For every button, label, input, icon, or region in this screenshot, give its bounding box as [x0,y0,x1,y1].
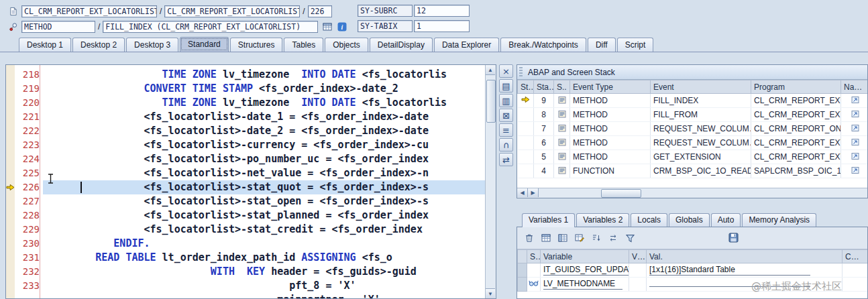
stack-horizontal-scrollbar[interactable]: ◀ ▶ [517,188,867,198]
current-line-arrow-icon[interactable] [6,180,15,194]
code-line-229[interactable]: 229 <fs_locatorlist>-stat_credit = <fs_o… [6,223,496,237]
breakpoint-gutter[interactable] [6,223,15,237]
tab-break-watchpoints[interactable]: Break./Watchpoints [500,38,586,52]
horizontal-scrollbar-thumb[interactable] [601,189,641,198]
main-program-field[interactable]: CL_CRM_REPORT_EXT_LOCATORLIST… [21,5,157,17]
navigate-icon[interactable] [841,108,868,122]
stack-column-header[interactable]: Na… [841,80,868,94]
breakpoint-gutter[interactable] [6,124,15,138]
variable-value-cell[interactable]: [1x1(16)]Standard Table [647,263,843,278]
breakpoint-gutter[interactable] [6,237,15,251]
variable-row[interactable]: IT_GUIDS_FOR_UPDATE[1x1(16)]Standard Tab… [518,263,868,278]
navigate-icon[interactable] [841,94,868,108]
variables-column-header[interactable]: C… [843,250,868,263]
code-line-223[interactable]: 223 <fs_locatorlist>-currency = <fs_orde… [6,138,496,152]
code-line-221[interactable]: 221 <fs_locatorlist>-date_1 = <fs_order_… [6,110,496,124]
vertical-scrollbar-thumb[interactable] [486,80,496,123]
code-line-219[interactable]: 219 CONVERT TIME STAMP <fs_order_index>-… [6,82,496,96]
event-field[interactable]: FILL_INDEX (CL_CRM_REPORT_EXT_LOCATORLIS… [103,21,318,33]
breakpoint-gutter[interactable] [6,82,15,96]
breakpoint-gutter[interactable] [6,251,15,265]
code-line-233[interactable]: 233 pft_8 = 'X' [6,279,496,293]
info-icon[interactable]: i [336,21,348,32]
filter-icon[interactable] [623,232,637,245]
source-code-panel[interactable]: 218 TIME ZONE lv_timezone INTO DATE <fs_… [5,64,496,299]
tab-standard[interactable]: Standard [180,37,229,52]
stack-row[interactable]: 8METHODFILL_FROMCL_CRM_REPORT_EXT_L… [518,108,868,122]
variable-name-cell[interactable]: IT_GUIDS_FOR_UPDATE [541,263,629,278]
variables-column-header[interactable]: Variable [541,250,629,263]
table-select-icon[interactable] [556,232,569,245]
table-edit-icon[interactable] [573,232,586,245]
code-line-218[interactable]: 218 TIME ZONE lv_timezone INTO DATE <fs_… [6,68,496,82]
scroll-left-icon[interactable]: ◀ [517,188,528,197]
stack-row[interactable]: 7METHODREQUEST_NEW_COLUM…CL_CRM_REPORT_O… [518,122,868,136]
variable-name-cell[interactable]: LV_METHODNAME [541,278,629,292]
swap-icon[interactable] [606,232,620,245]
code-line-231[interactable]: 231 READ TABLE lt_order_index_path_id AS… [6,251,496,265]
scroll-right-icon[interactable]: ▶ [528,188,539,197]
stack-column-header[interactable]: S.. [554,80,570,94]
copy-icon[interactable]: ▥ [499,94,513,107]
code-line-224[interactable]: 224 <fs_locatorlist>-po_number_uc = <fs_… [6,152,496,166]
tab-detaildisplay[interactable]: DetailDisplay [370,38,433,52]
tab-script[interactable]: Script [617,38,654,52]
table-grid-icon[interactable] [539,232,553,245]
tab-structures[interactable]: Structures [230,38,283,52]
stack-column-header[interactable]: Event [651,80,751,94]
vtab-memory-analysis[interactable]: Memory Analysis [742,213,816,227]
breakpoint-gutter[interactable] [6,279,15,293]
stack-column-header[interactable]: Sta… [534,80,554,94]
line-number-field[interactable]: 226 [308,5,332,17]
navigate-icon[interactable] [841,150,868,164]
breakpoint-gutter[interactable] [6,68,15,82]
panel-grip[interactable] [519,67,523,77]
stack-column-header[interactable]: St… [518,80,534,94]
navigate-icon[interactable] [841,164,868,178]
vtab-globals[interactable]: Globals [669,213,710,227]
row-selector[interactable] [518,278,527,292]
stack-row[interactable]: 4FUNCTIONCRM_BSP_OIC_1O_READ…SAPLCRM_BSP… [518,164,868,178]
delete-icon[interactable] [523,232,536,245]
tab-desktop-1[interactable]: Desktop 1 [19,38,71,52]
vtab-locals[interactable]: Locals [631,213,667,227]
sort-icon[interactable] [590,232,603,245]
breakpoint-gutter[interactable] [6,110,15,124]
close-icon[interactable]: × [499,64,513,78]
variables-column-header[interactable]: Val. [647,250,843,263]
watchpoint-icon[interactable]: ∩ [499,138,513,152]
navigate-icon[interactable] [841,122,868,136]
breakpoint-gutter[interactable] [6,208,15,223]
code-line-226[interactable]: 226 <fs_locatorlist>-stat_quot = <fs_ord… [6,180,496,194]
scroll-up-icon[interactable]: ▲ [486,65,495,75]
list-icon[interactable]: ≡ [499,123,513,137]
code-line-225[interactable]: 225 <fs_locatorlist>-net_value = <fs_ord… [6,166,496,180]
save-layout-icon[interactable] [726,231,740,244]
vtab-auto[interactable]: Auto [711,213,741,227]
include-field[interactable]: CL_CRM_REPORT_EXT_LOCATORLIST… [164,5,300,17]
breakpoint-gutter[interactable] [6,166,15,180]
navigate-icon[interactable] [841,136,868,150]
stack-row[interactable]: 5METHODGET_EXTENSIONCL_CRM_REPORT_EXT_L… [518,150,868,164]
breakpoint-gutter[interactable] [6,293,15,299]
new-page-icon[interactable]: ▤ [499,79,513,93]
vtab-variables-1[interactable]: Variables 1 [522,213,575,227]
stack-column-header[interactable]: Event Type [570,80,651,94]
code-line-220[interactable]: 220 TIME ZONE lv_timezone INTO DATE <fs_… [6,96,496,110]
variables-column-header[interactable]: V… [629,250,647,263]
breakpoint-gutter[interactable] [6,96,15,110]
stack-column-header[interactable]: Program [751,80,841,94]
code-line-228[interactable]: 228 <fs_locatorlist>-stat_planned = <fs_… [6,208,496,223]
vtab-variables-2[interactable]: Variables 2 [576,213,629,227]
stack-row[interactable]: 6METHODREQUEST_NEW_COLUM…CL_CRM_REPORT_E… [518,136,868,150]
tab-objects[interactable]: Objects [325,38,368,52]
swap-columns-icon[interactable]: ⇄ [499,153,513,166]
code-vertical-scrollbar[interactable]: ▲ ▼ [485,65,496,298]
code-line-222[interactable]: 222 <fs_locatorlist>-date_2 = <fs_order_… [6,124,496,138]
tab-diff[interactable]: Diff [588,38,616,52]
breakpoint-gutter[interactable] [6,194,15,208]
tab-desktop-2[interactable]: Desktop 2 [72,38,125,52]
tab-tables[interactable]: Tables [284,38,323,52]
breakpoint-gutter[interactable] [6,138,15,152]
variables-column-header[interactable]: S… [527,250,541,263]
